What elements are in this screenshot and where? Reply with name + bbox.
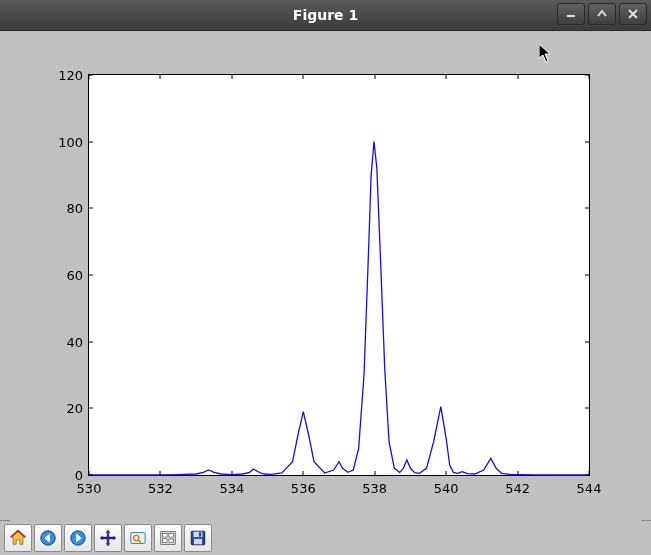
window-title: Figure 1	[0, 7, 651, 23]
xtick-mark	[231, 471, 232, 476]
ytick-mark	[585, 275, 590, 276]
zoom-button[interactable]	[124, 524, 152, 552]
save-button[interactable]	[184, 524, 212, 552]
xtick-mark	[517, 74, 518, 79]
xtick-label: 538	[362, 481, 387, 496]
ytick-mark	[585, 141, 590, 142]
ytick-mark	[88, 341, 93, 342]
matplotlib-toolbar	[0, 520, 651, 555]
save-icon	[189, 529, 207, 547]
ytick-mark	[88, 408, 93, 409]
subplots-button[interactable]	[154, 524, 182, 552]
pan-button[interactable]	[94, 524, 122, 552]
home-button[interactable]	[4, 524, 32, 552]
back-icon	[39, 529, 57, 547]
xtick-mark	[517, 471, 518, 476]
forward-button[interactable]	[64, 524, 92, 552]
ytick-label: 80	[66, 201, 83, 216]
xtick-label: 540	[434, 481, 459, 496]
ytick-label: 100	[58, 134, 83, 149]
svg-rect-12	[169, 539, 174, 543]
plot-frame: 020406080100120530532534536538540542544	[10, 34, 641, 524]
xtick-mark	[160, 74, 161, 79]
line-plot	[89, 75, 589, 475]
minimize-button[interactable]	[557, 3, 585, 25]
xtick-mark	[303, 74, 304, 79]
xtick-mark	[446, 471, 447, 476]
series-line	[89, 142, 589, 475]
window-controls	[557, 3, 647, 25]
xtick-label: 530	[77, 481, 102, 496]
xtick-mark	[374, 74, 375, 79]
ytick-mark	[88, 141, 93, 142]
xtick-mark	[303, 471, 304, 476]
ytick-mark	[88, 275, 93, 276]
xtick-label: 532	[148, 481, 173, 496]
ytick-mark	[585, 208, 590, 209]
zoom-icon	[129, 529, 147, 547]
xtick-mark	[89, 74, 90, 79]
xtick-mark	[446, 74, 447, 79]
forward-icon	[69, 529, 87, 547]
maximize-button[interactable]	[588, 3, 616, 25]
svg-rect-9	[163, 534, 168, 538]
xtick-label: 542	[505, 481, 530, 496]
ytick-label: 120	[58, 68, 83, 83]
xtick-mark	[374, 471, 375, 476]
back-button[interactable]	[34, 524, 62, 552]
ytick-mark	[585, 341, 590, 342]
xtick-mark	[589, 471, 590, 476]
svg-rect-16	[194, 539, 202, 544]
xtick-mark	[89, 471, 90, 476]
home-icon	[9, 529, 27, 547]
maximize-icon	[597, 9, 607, 19]
ytick-label: 40	[66, 334, 83, 349]
pan-icon	[99, 529, 117, 547]
xtick-label: 536	[291, 481, 316, 496]
ytick-mark	[88, 208, 93, 209]
subplots-icon	[159, 529, 177, 547]
close-icon	[628, 9, 638, 19]
xtick-mark	[231, 74, 232, 79]
svg-rect-10	[169, 534, 174, 538]
svg-rect-15	[199, 532, 201, 537]
close-button[interactable]	[619, 3, 647, 25]
axes[interactable]: 020406080100120530532534536538540542544	[88, 74, 590, 476]
figure-canvas: 020406080100120530532534536538540542544	[0, 31, 651, 520]
xtick-label: 534	[219, 481, 244, 496]
xtick-mark	[160, 471, 161, 476]
titlebar[interactable]: Figure 1	[0, 0, 651, 31]
xtick-mark	[589, 74, 590, 79]
ytick-label: 20	[66, 401, 83, 416]
ytick-label: 60	[66, 268, 83, 283]
svg-rect-11	[163, 539, 168, 543]
figure-window: Figure 1 0204060801001205305325345365385…	[0, 0, 651, 555]
minimize-icon	[566, 9, 576, 19]
xtick-label: 544	[577, 481, 602, 496]
ytick-mark	[585, 408, 590, 409]
